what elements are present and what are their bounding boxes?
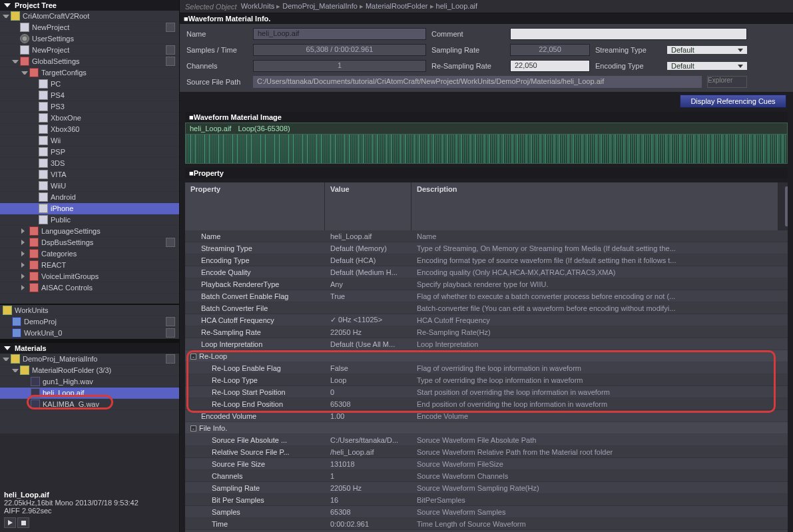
breadcrumb-item[interactable]: WorkUnits — [241, 2, 275, 10]
property-category[interactable]: -Re-Loop — [185, 350, 788, 362]
property-value[interactable]: heli_Loop.aif — [325, 232, 411, 240]
tree-item[interactable]: MaterialRootFolder (3/3) — [0, 365, 179, 376]
streaming-type-select[interactable]: Default — [667, 46, 747, 54]
comment-field[interactable] — [510, 28, 747, 40]
col-description[interactable]: Description — [411, 182, 778, 230]
tree-item[interactable]: iPhone — [0, 203, 179, 214]
save-icon[interactable] — [166, 328, 175, 338]
property-row[interactable]: Encode QualityDefault (Medium H...Encodi… — [185, 266, 788, 278]
expand-icon[interactable] — [21, 285, 28, 290]
name-field[interactable]: heli_Loop.aif — [253, 28, 426, 40]
property-value[interactable]: ✓ 0Hz <11025> — [325, 316, 411, 324]
workunits-header[interactable]: WorkUnits — [0, 305, 179, 316]
property-value[interactable]: 65308 — [325, 400, 411, 408]
breadcrumb-item[interactable]: MaterialRootFolder — [366, 2, 428, 10]
expand-icon[interactable] — [12, 60, 19, 63]
property-value[interactable]: Default (Medium H... — [325, 268, 411, 276]
materials-tree[interactable]: DemoProj_MaterialInfo MaterialRootFolder… — [0, 354, 179, 433]
collapse-icon[interactable]: - — [190, 354, 196, 360]
play-button[interactable] — [4, 517, 16, 528]
property-row[interactable]: Source File Size131018Source Waveform Fi… — [185, 458, 788, 470]
expand-icon[interactable] — [3, 15, 9, 18]
property-row[interactable]: Re-Loop Enable FlagFalseFlag of overridi… — [185, 362, 788, 374]
expand-icon[interactable] — [21, 71, 28, 75]
tree-item[interactable]: UserSettings — [0, 33, 179, 45]
tree-item[interactable]: NewProject — [0, 45, 179, 56]
tree-item[interactable]: WiiU — [0, 180, 179, 192]
scrollbar[interactable] — [778, 182, 788, 230]
property-value[interactable]: Default (Use All M... — [325, 340, 411, 348]
tree-item[interactable]: LanguageSettings — [0, 226, 179, 237]
property-row[interactable]: Re-Loop TypeLoopType of overriding the l… — [185, 374, 788, 386]
property-row[interactable]: Bit Per Samples16BitPerSamples — [185, 494, 788, 506]
tree-item[interactable]: Categories — [0, 248, 179, 260]
encoding-type-select[interactable]: Default — [667, 62, 747, 70]
breadcrumb-item[interactable]: DemoProj_MaterialInfo — [282, 2, 358, 10]
property-value[interactable]: 65308 — [325, 508, 411, 516]
expand-icon[interactable] — [21, 251, 28, 256]
expand-icon[interactable] — [21, 262, 28, 268]
property-category[interactable]: -File Info. — [185, 422, 788, 434]
property-value[interactable]: 0 — [325, 388, 411, 396]
property-row[interactable]: Relative Source File P.../heli_Loop.aifS… — [185, 446, 788, 458]
property-grid[interactable]: Nameheli_Loop.aifNameStreaming TypeDefau… — [185, 230, 788, 532]
property-value[interactable]: 22050 Hz — [325, 328, 411, 336]
property-row[interactable]: Soruce File Absolute ...C:/Users/ttanaka… — [185, 434, 788, 446]
explorer-button[interactable]: Explorer — [707, 76, 747, 88]
tree-item[interactable]: Xbox360 — [0, 124, 179, 135]
tree-item[interactable]: PSP — [0, 146, 179, 158]
tree-item[interactable]: PS4 — [0, 90, 179, 101]
property-row[interactable]: Playback RendererTypeAnySpecify playback… — [185, 278, 788, 290]
property-row[interactable]: Encoded Volume1.00Encode Volume — [185, 410, 788, 422]
property-row[interactable]: Re-Loop Start Position0Start position of… — [185, 386, 788, 398]
property-value[interactable]: 1.00 — [325, 412, 411, 420]
project-tree[interactable]: CriAtomCraftV2Root NewProjectUserSetting… — [0, 11, 179, 304]
expand-icon[interactable] — [12, 369, 19, 372]
save-icon[interactable] — [166, 57, 175, 66]
property-value[interactable]: Loop — [325, 376, 411, 384]
property-row[interactable]: Sampling Rate22050 HzSource Waveform Sam… — [185, 482, 788, 494]
property-row[interactable]: Encoding TypeDefault (HCA)Encoding forma… — [185, 254, 788, 266]
expand-icon[interactable] — [3, 358, 9, 361]
expand-icon[interactable] — [21, 228, 28, 234]
tree-item[interactable]: TargetConfigs — [0, 67, 179, 79]
tree-item[interactable]: KALIMBA_G.wav — [0, 399, 179, 410]
property-value[interactable]: C:/Users/ttanaka/D... — [325, 436, 411, 444]
property-value[interactable]: /heli_Loop.aif — [325, 448, 411, 456]
property-row[interactable]: Channels1Source Waveform Channels — [185, 470, 788, 482]
col-value[interactable]: Value — [325, 182, 411, 230]
property-row[interactable]: HCA Cutoff Frequency✓ 0Hz <11025>HCA Cut… — [185, 314, 788, 326]
tree-item[interactable]: PS3 — [0, 101, 179, 113]
property-row[interactable]: Batch Converter FileBatch-converter file… — [185, 302, 788, 314]
save-icon[interactable] — [166, 23, 175, 32]
property-value[interactable]: Default (HCA) — [325, 256, 411, 264]
property-row[interactable]: Samples65308Source Waveform Samples — [185, 506, 788, 518]
property-row[interactable]: Batch Convert Enable FlagTrueFlag of whe… — [185, 290, 788, 302]
resampling-field[interactable]: 22,050 — [510, 60, 590, 72]
property-row[interactable]: Re-Sampling Rate22050 HzRe-Sampling Rate… — [185, 326, 788, 338]
waveform-display[interactable] — [185, 134, 788, 164]
collapse-icon[interactable]: - — [190, 425, 196, 431]
tree-item[interactable]: heli_Loop.aif — [0, 388, 179, 399]
breadcrumb-item[interactable]: heli_Loop.aif — [436, 2, 477, 10]
collapse-icon[interactable] — [4, 346, 11, 350]
property-value[interactable]: Any — [325, 280, 411, 288]
tree-item[interactable]: WorkUnit_0 — [0, 328, 179, 339]
tree-item[interactable]: Public — [0, 214, 179, 226]
tree-item[interactable]: 3DS — [0, 158, 179, 169]
property-row[interactable]: Re-Loop End Position65308End position of… — [185, 398, 788, 410]
tree-item[interactable]: gun1_High.wav — [0, 376, 179, 388]
property-value[interactable]: 0:00:02.961 — [325, 520, 411, 528]
col-property[interactable]: Property — [185, 182, 325, 230]
property-value[interactable]: True — [325, 292, 411, 300]
save-icon[interactable] — [166, 354, 175, 364]
tree-item[interactable]: DspBusSettings — [0, 237, 179, 248]
save-icon[interactable] — [166, 238, 175, 247]
tree-item[interactable]: VITA — [0, 169, 179, 180]
property-row[interactable]: Loop InterpretationDefault (Use All M...… — [185, 338, 788, 350]
property-row[interactable]: Streaming TypeDefault (Memory)Type of St… — [185, 242, 788, 254]
display-refs-button[interactable]: Display Referencing Cues — [680, 95, 786, 108]
expand-icon[interactable] — [21, 274, 28, 279]
property-value[interactable]: 22050 Hz — [325, 484, 411, 492]
tree-item[interactable]: AISAC Controls — [0, 282, 179, 294]
